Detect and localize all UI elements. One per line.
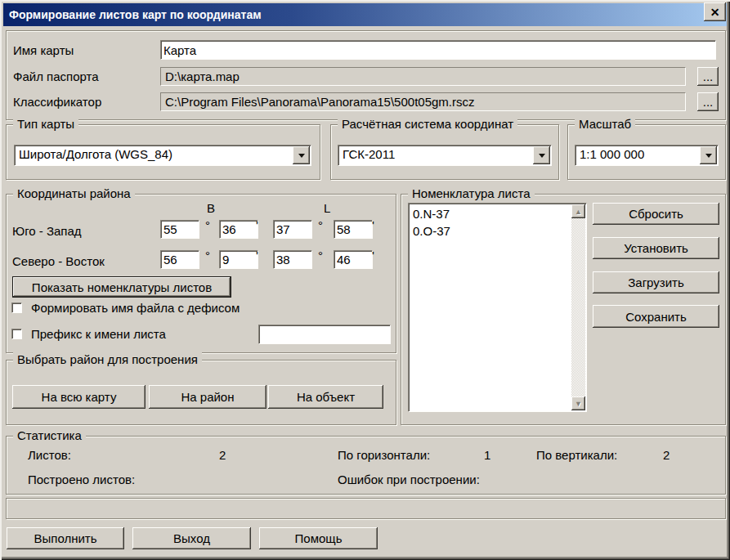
sheets-label: Листов:: [28, 448, 71, 462]
build-region-group-title: Выбрать район для построения: [13, 352, 202, 366]
ne-b-min-input[interactable]: [219, 250, 258, 269]
southwest-label: Юго - Запад: [12, 224, 82, 238]
longitude-column-header: L: [324, 201, 330, 215]
file-section-frame: Имя карты Файл паспорта D:\карта.map ...…: [6, 30, 726, 120]
hyphen-checkbox[interactable]: [11, 302, 22, 313]
chevron-down-icon: [705, 154, 712, 161]
degree-symbol: °: [205, 218, 210, 232]
build-region-group: Выбрать район для построения На всю карт…: [6, 360, 396, 425]
nomenclature-listbox[interactable]: 0.N-37 0.O-37 ▲ ▼: [408, 203, 587, 412]
horizontal-label: По горизонтали:: [338, 448, 430, 462]
map-type-group: Тип карты Широта/Долгота (WGS_84): [6, 124, 320, 180]
nomenclature-group-title: Номенклатура листа: [408, 186, 535, 200]
latitude-column-header: B: [207, 201, 215, 215]
degree-symbol: °: [318, 249, 323, 262]
build-errors-label: Ошибок при построении:: [338, 473, 480, 486]
map-name-label: Имя карты: [13, 43, 74, 57]
execute-button[interactable]: Выполнить: [7, 527, 124, 549]
northeast-label: Северо - Восток: [12, 254, 105, 268]
minute-symbol: ': [256, 249, 258, 262]
vertical-value: 2: [663, 448, 670, 462]
region-coords-group-title: Координаты района: [13, 186, 135, 200]
sw-b-deg-input[interactable]: [160, 220, 199, 239]
horizontal-value: 1: [484, 448, 490, 462]
window-title: Формирование листов карт по координатам: [3, 8, 262, 21]
dialog-window: Формирование листов карт по координатам …: [0, 0, 730, 560]
save-button[interactable]: Сохранить: [593, 305, 719, 328]
ne-l-deg-input[interactable]: [273, 250, 312, 269]
show-nomenclature-button[interactable]: Показать номенклатуры листов: [12, 276, 231, 298]
scroll-down-icon: ▼: [575, 400, 582, 408]
map-type-value: Широта/Долгота (WGS_84): [15, 146, 292, 165]
coord-system-value: ГСК-2011: [338, 146, 532, 165]
ne-l-min-input[interactable]: [334, 250, 373, 269]
scale-dropdown-button[interactable]: [700, 146, 717, 164]
scale-group: Масштаб 1:1 000 000: [567, 124, 726, 180]
map-name-input[interactable]: [160, 40, 716, 60]
scroll-down-button[interactable]: ▼: [571, 396, 585, 410]
region-coords-group: Координаты района B L Юго - Запад ° ' ° …: [6, 194, 396, 353]
progress-bar: [6, 498, 726, 519]
minute-symbol: ': [372, 218, 374, 232]
sw-l-min-input[interactable]: [334, 220, 373, 239]
passport-file-field: D:\карта.map: [160, 67, 686, 86]
titlebar[interactable]: Формирование листов карт по координатам: [3, 3, 727, 26]
list-item[interactable]: 0.N-37: [409, 205, 586, 222]
exit-button[interactable]: Выход: [132, 527, 251, 549]
degree-symbol: °: [318, 218, 323, 232]
chevron-down-icon: [539, 154, 545, 161]
coord-system-group: Расчётная система координат ГСК-2011: [330, 124, 559, 180]
coord-system-dropdown-button[interactable]: [533, 146, 550, 164]
classifier-field: C:\Program Files\Panorama\Panorama15\500…: [160, 92, 686, 111]
listbox-scrollbar[interactable]: ▲ ▼: [571, 204, 585, 410]
minute-symbol: ': [256, 218, 258, 232]
help-button[interactable]: Помощь: [259, 527, 378, 549]
coord-system-combobox[interactable]: ГСК-2011: [338, 145, 552, 166]
load-button[interactable]: Загрузить: [593, 271, 719, 293]
built-sheets-label: Построено листов:: [28, 473, 135, 486]
statistics-group-title: Статистика: [13, 428, 86, 442]
scroll-up-icon: ▲: [575, 208, 582, 216]
coord-system-group-title: Расчётная система координат: [338, 117, 517, 131]
statistics-group: Статистика Листов: 2 По горизонтали: 1 П…: [6, 436, 726, 495]
nomenclature-group: Номенклатура листа 0.N-37 0.O-37 ▲ ▼ Сбр…: [401, 194, 726, 425]
passport-browse-button[interactable]: ...: [697, 67, 719, 86]
reset-button[interactable]: Сбросить: [593, 203, 719, 225]
map-type-combobox[interactable]: Широта/Долгота (WGS_84): [14, 145, 311, 166]
hyphen-checkbox-label: Формировать имя файла с дефисом: [31, 301, 240, 315]
set-button[interactable]: Установить: [593, 237, 719, 259]
scale-value: 1:1 000 000: [575, 146, 699, 165]
minute-symbol: ': [372, 249, 374, 262]
scroll-up-button[interactable]: ▲: [571, 204, 585, 218]
prefix-input[interactable]: [258, 325, 391, 344]
degree-symbol: °: [205, 249, 210, 262]
map-type-dropdown-button[interactable]: [293, 146, 310, 164]
close-button[interactable]: ✕: [704, 2, 726, 21]
passport-file-value: D:\карта.map: [161, 68, 685, 85]
classifier-value: C:\Program Files\Panorama\Panorama15\500…: [161, 93, 685, 110]
map-type-group-title: Тип карты: [13, 117, 78, 131]
list-item[interactable]: 0.O-37: [409, 222, 586, 240]
classifier-label: Классификатор: [13, 95, 101, 109]
close-icon: ✕: [710, 7, 720, 18]
chevron-down-icon: [298, 154, 305, 161]
region-button[interactable]: На район: [149, 385, 266, 409]
whole-map-button[interactable]: На всю карту: [12, 385, 146, 409]
ne-b-deg-input[interactable]: [160, 250, 199, 269]
scale-combobox[interactable]: 1:1 000 000: [575, 145, 719, 166]
vertical-label: По вертикали:: [536, 448, 617, 462]
passport-file-label: Файл паспорта: [13, 69, 99, 83]
object-button[interactable]: На объект: [268, 385, 383, 409]
classifier-browse-button[interactable]: ...: [697, 92, 719, 111]
scale-group-title: Масштаб: [575, 117, 635, 131]
sw-b-min-input[interactable]: [219, 220, 258, 239]
prefix-checkbox[interactable]: [11, 329, 22, 339]
sw-l-deg-input[interactable]: [273, 220, 312, 239]
prefix-checkbox-label: Префикс к имени листа: [31, 327, 166, 341]
sheets-value: 2: [219, 448, 226, 462]
